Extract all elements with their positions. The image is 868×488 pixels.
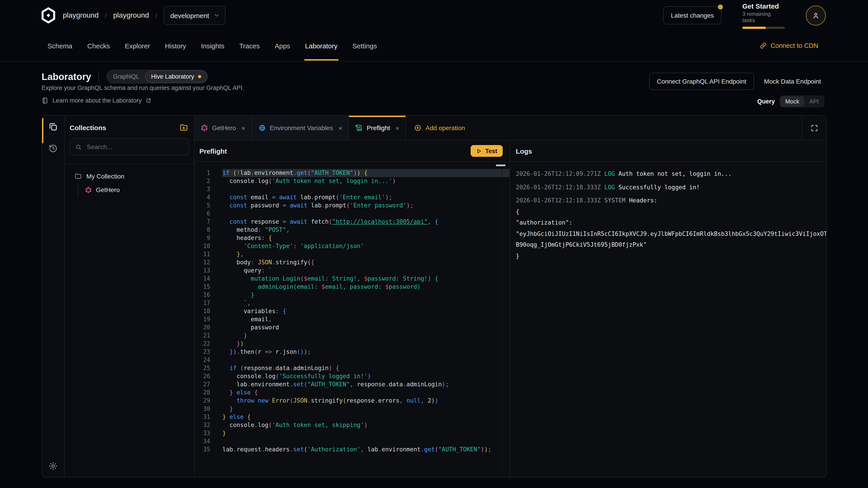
fullscreen-icon (810, 124, 818, 132)
tab-preflight[interactable]: Preflight× (349, 116, 406, 140)
toggle-graphiql[interactable]: GraphiQL (107, 73, 145, 80)
get-started-progress-bar (742, 26, 785, 29)
close-icon[interactable]: × (395, 125, 399, 131)
plus-circle-icon (414, 124, 422, 131)
learn-more-label: Learn more about the Laboratory (53, 97, 142, 104)
globe-icon (258, 124, 266, 131)
code-line: 31} else { (194, 413, 509, 421)
page-title: Laboratory (41, 71, 91, 82)
line-number: 13 (194, 267, 210, 275)
toggle-hive-laboratory[interactable]: Hive Laboratory (145, 70, 207, 83)
code-line: 23 }).then(r => r.json()); (194, 348, 509, 356)
line-number: 32 (194, 421, 210, 429)
line-number: 22 (194, 340, 210, 348)
connect-endpoint-button[interactable]: Connect GraphQL API Endpoint (649, 73, 754, 90)
nav-item-history[interactable]: History (165, 31, 186, 61)
code-line: 7 const response = await fetch("http://l… (194, 218, 509, 226)
hive-laboratory-app: playground / playground / development La… (0, 0, 868, 488)
line-number: 4 (194, 193, 210, 201)
external-link-icon (146, 98, 152, 103)
breadcrumb-org[interactable]: playground (63, 11, 98, 20)
breadcrumb-separator: / (105, 11, 107, 19)
nav-item-schema[interactable]: Schema (48, 31, 72, 61)
logs-pane: Logs 2026-01-26T12:12:09.271Z LOG Auth t… (510, 140, 827, 477)
add-operation-button[interactable]: Add operation (406, 116, 473, 140)
get-started-widget[interactable]: Get Started 3 remaining tasks (742, 2, 785, 29)
nav-item-insights[interactable]: Insights (201, 31, 224, 61)
connect-to-cdn-label: Connect to CDN (771, 42, 818, 49)
tab-gethero[interactable]: GetHero× (194, 116, 252, 140)
line-number: 10 (194, 242, 210, 250)
line-number: 17 (194, 299, 210, 307)
nav-item-apps[interactable]: Apps (275, 31, 290, 61)
close-icon[interactable]: × (241, 125, 246, 131)
minimap-separator (502, 162, 502, 477)
line-number: 28 (194, 389, 210, 397)
code-line: 15 adminLogin(email: $email, password: $… (194, 283, 509, 291)
main-nav: SchemaChecksExplorerHistoryInsightsTrace… (0, 31, 868, 61)
history-icon[interactable] (49, 144, 58, 153)
query-label: Query (757, 98, 775, 105)
tab-environment-variables[interactable]: Environment Variables× (252, 116, 349, 140)
collection-my-collection[interactable]: My Collection (74, 170, 194, 182)
collections-icon[interactable] (49, 122, 58, 131)
code-line: 13 query: ` (194, 267, 509, 275)
nav-item-laboratory[interactable]: Laboratory (305, 31, 338, 61)
query-mode-mock[interactable]: Mock (780, 96, 804, 107)
settings-gear-icon[interactable] (49, 461, 58, 471)
fullscreen-button[interactable] (802, 116, 827, 140)
log-entry: 2026-01-26T12:12:18.333Z LOG Successfull… (516, 182, 827, 193)
tab-label: Preflight (367, 124, 390, 131)
breadcrumb-separator: / (155, 11, 157, 19)
preflight-title: Preflight (199, 147, 227, 155)
nav-item-traces[interactable]: Traces (239, 31, 260, 61)
nav-item-explorer[interactable]: Explorer (125, 31, 150, 61)
book-icon (41, 97, 49, 104)
content-area: GetHero×Environment Variables×Preflight×… (194, 116, 827, 477)
target-selector[interactable]: development (163, 6, 225, 25)
line-number: 21 (194, 332, 210, 340)
avatar[interactable] (806, 5, 826, 26)
close-icon[interactable]: × (338, 125, 342, 131)
connect-to-cdn-link[interactable]: Connect to CDN (760, 31, 818, 61)
preflight-code-editor[interactable]: 1if (!lab.environment.get("AUTH_TOKEN"))… (194, 162, 509, 477)
code-line: 19 email, (194, 315, 509, 324)
tab-label: Environment Variables (270, 124, 333, 131)
code-line: 2 console.log('Auth token not set, loggi… (194, 177, 509, 185)
code-line: 1if (!lab.environment.get("AUTH_TOKEN"))… (194, 169, 509, 177)
play-icon (476, 148, 482, 154)
workspace: Preflight Test 1if (!lab.environment.get… (194, 140, 827, 477)
add-collection-icon[interactable] (180, 123, 188, 132)
line-number: 23 (194, 348, 210, 356)
hive-logo-icon (40, 7, 57, 24)
line-number: 15 (194, 283, 210, 291)
breadcrumb-project[interactable]: playground (113, 11, 149, 20)
nav-item-settings[interactable]: Settings (352, 31, 377, 61)
code-line: 10 'Content-Type': 'application/json' (194, 242, 509, 250)
scroll-icon (355, 124, 363, 131)
latest-changes-button[interactable]: Latest changes (663, 6, 721, 24)
code-line: 14 mutation Login($email: String!, $pass… (194, 275, 509, 283)
line-number: 19 (194, 315, 210, 324)
query-mode-api[interactable]: API (804, 96, 824, 107)
code-line: 17 `, (194, 299, 509, 307)
search-input[interactable] (86, 143, 184, 151)
learn-more-link[interactable]: Learn more about the Laboratory (41, 97, 152, 104)
line-number: 25 (194, 364, 210, 372)
minimap-slider[interactable] (496, 164, 505, 166)
log-entry: 2026-01-26T12:12:09.271Z LOG Auth token … (516, 168, 827, 180)
log-entry: 2026-01-26T12:12:18.333Z SYSTEM Headers:… (516, 195, 827, 262)
preflight-pane: Preflight Test 1if (!lab.environment.get… (194, 140, 510, 477)
code-line: 8 method: "POST", (194, 226, 509, 234)
collections-search[interactable] (70, 138, 189, 156)
mock-data-endpoint-button[interactable]: Mock Data Endpoint (764, 78, 821, 85)
code-line: 25 if (response.data.adminLogin) { (194, 364, 509, 372)
nav-item-checks[interactable]: Checks (87, 31, 110, 61)
operation-gethero[interactable]: GetHero (85, 184, 194, 196)
test-button[interactable]: Test (471, 145, 503, 157)
code-line: 18 variables: { (194, 307, 509, 315)
code-line: 27 lab.environment.set("AUTH_TOKEN", res… (194, 381, 509, 389)
get-started-progress-fill (742, 26, 766, 29)
top-bar: playground / playground / development La… (0, 0, 868, 31)
code-line: 34 (194, 437, 509, 446)
